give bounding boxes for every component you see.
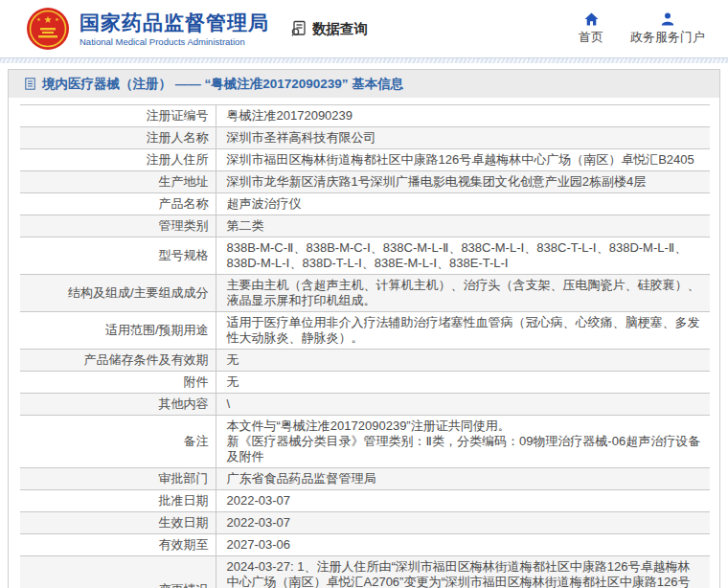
national-emblem-icon: ★ ★ ★ [26, 7, 70, 51]
page-title-bar: 境内医疗器械（注册） —— “粤械注准20172090239” 基本信息 [9, 70, 719, 98]
row-label: 生效日期 [20, 512, 216, 534]
row-label: 有效期至 [20, 534, 216, 556]
row-label: 注册人住所 [20, 149, 216, 171]
user-icon [661, 12, 674, 26]
table-row: 有效期至 2027-03-06 [20, 534, 710, 556]
document-icon [25, 78, 35, 90]
row-label: 变更情况 [20, 556, 216, 588]
document-search-icon [290, 20, 307, 37]
row-value: 无 [216, 372, 710, 394]
table-row: 其他内容 \ [20, 394, 710, 416]
site-header: ★ ★ ★ 国家药品监督管理局 National Medical Product… [0, 0, 728, 57]
row-value: 深圳市福田区梅林街道梅都社区中康路126号卓越梅林中心广场（南区）卓悦汇B240… [216, 149, 710, 171]
table-row: 适用范围/预期用途 适用于医疗单位用非介入疗法辅助治疗堵塞性血管病（冠心病、心绞… [20, 312, 710, 350]
row-value: 粤械注准20172090239 [216, 105, 710, 127]
row-value: 无 [216, 350, 710, 372]
table-row: 注册证编号 粤械注准20172090239 [20, 105, 710, 127]
table-row: 注册人住所 深圳市福田区梅林街道梅都社区中康路126号卓越梅林中心广场（南区）卓… [20, 149, 710, 171]
row-label: 适用范围/预期用途 [20, 312, 216, 350]
table-row: 产品名称 超声波治疗仪 [20, 193, 710, 215]
table-row: 型号规格 838B-M-C-Ⅱ、838B-M-C-Ⅰ、838C-M-L-Ⅱ、83… [20, 237, 710, 275]
data-query-label: 数据查询 [312, 20, 368, 38]
row-label: 批准日期 [20, 490, 216, 512]
gov-portal-label: 政务服务门户 [630, 29, 705, 46]
table-row: 附件 无 [20, 372, 710, 394]
row-value: 838B-M-C-Ⅱ、838B-M-C-Ⅰ、838C-M-L-Ⅱ、838C-M-… [216, 237, 710, 275]
row-value: 适用于医疗单位用非介入疗法辅助治疗堵塞性血管病（冠心病、心绞痛、脑梗塞、多发性大… [216, 312, 710, 350]
org-name: 国家药品监督管理局 National Medical Products Admi… [80, 11, 269, 47]
row-value: 广东省食品药品监督管理局 [216, 468, 710, 490]
nmpa-logo[interactable]: ★ ★ ★ 国家药品监督管理局 National Medical Product… [26, 7, 269, 51]
table-row: 管理类别 第二类 [20, 215, 710, 237]
table-row: 产品储存条件及有效期 无 [20, 350, 710, 372]
table-row: 注册人名称 深圳市圣祥高科技有限公司 [20, 127, 710, 149]
row-value: 主要由主机（含超声主机、计算机主机）、治疗头（含支架、压电陶瓷片、硅胶襄）、液晶… [216, 275, 710, 312]
table-row: 审批部门 广东省食品药品监督管理局 [20, 468, 710, 490]
row-label: 审批部门 [20, 468, 216, 490]
table-row: 备注 本文件与“粤械注准20172090239”注册证共同使用。 新《医疗器械分… [20, 416, 710, 468]
page-title: 境内医疗器械（注册） —— “粤械注准20172090239” 基本信息 [42, 76, 403, 93]
row-label: 产品储存条件及有效期 [20, 350, 216, 372]
gov-portal-link[interactable]: 政务服务门户 [630, 12, 705, 46]
home-icon [584, 12, 599, 26]
row-value: 2022-03-07 [216, 512, 710, 534]
org-name-cn: 国家药品监督管理局 [80, 11, 269, 34]
row-label: 备注 [20, 416, 216, 468]
table-row: 生效日期 2022-03-07 [20, 512, 710, 534]
row-value: 超声波治疗仪 [216, 193, 710, 215]
row-label: 产品名称 [20, 193, 216, 215]
data-query-nav[interactable]: 数据查询 [290, 20, 368, 38]
row-label: 注册人名称 [20, 127, 216, 149]
info-table: 注册证编号 粤械注准20172090239 注册人名称 深圳市圣祥高科技有限公司… [20, 104, 710, 588]
row-value: 2024-03-27: 1、注册人住所由“深圳市福田区梅林街道梅都社区中康路12… [216, 556, 710, 588]
row-label: 生产地址 [20, 171, 216, 193]
row-value: 深圳市圣祥高科技有限公司 [216, 127, 710, 149]
row-value: 2022-03-07 [216, 490, 710, 512]
row-label: 注册证编号 [20, 105, 216, 127]
row-label: 结构及组成/主要组成成分 [20, 275, 216, 312]
home-link[interactable]: 首页 [579, 12, 603, 46]
table-row: 批准日期 2022-03-07 [20, 490, 710, 512]
row-value: 本文件与“粤械注准20172090239”注册证共同使用。 新《医疗器械分类目录… [216, 416, 710, 468]
row-value: 2027-03-06 [216, 534, 710, 556]
table-row: 生产地址 深圳市龙华新区清庆路1号深圳广播电影电视集团文化创意产业园2栋副楼4层 [20, 171, 710, 193]
decorative-band [0, 57, 728, 63]
info-panel: 境内医疗器械（注册） —— “粤械注准20172090239” 基本信息 注册证… [8, 69, 720, 588]
table-row: 变更情况 2024-03-27: 1、注册人住所由“深圳市福田区梅林街道梅都社区… [20, 556, 710, 588]
row-label: 管理类别 [20, 215, 216, 237]
row-value: 深圳市龙华新区清庆路1号深圳广播电影电视集团文化创意产业园2栋副楼4层 [216, 171, 710, 193]
row-label: 其他内容 [20, 394, 216, 416]
row-value: \ [216, 394, 710, 416]
row-value: 第二类 [216, 215, 710, 237]
table-row: 结构及组成/主要组成成分 主要由主机（含超声主机、计算机主机）、治疗头（含支架、… [20, 275, 710, 312]
org-name-en: National Medical Products Administration [80, 36, 269, 47]
home-label: 首页 [579, 29, 603, 46]
row-label: 型号规格 [20, 237, 216, 275]
top-links: 首页 政务服务门户 [579, 12, 705, 46]
row-label: 附件 [20, 372, 216, 394]
svg-text:★: ★ [55, 16, 59, 22]
svg-text:★: ★ [44, 14, 53, 25]
svg-text:★: ★ [36, 16, 41, 22]
